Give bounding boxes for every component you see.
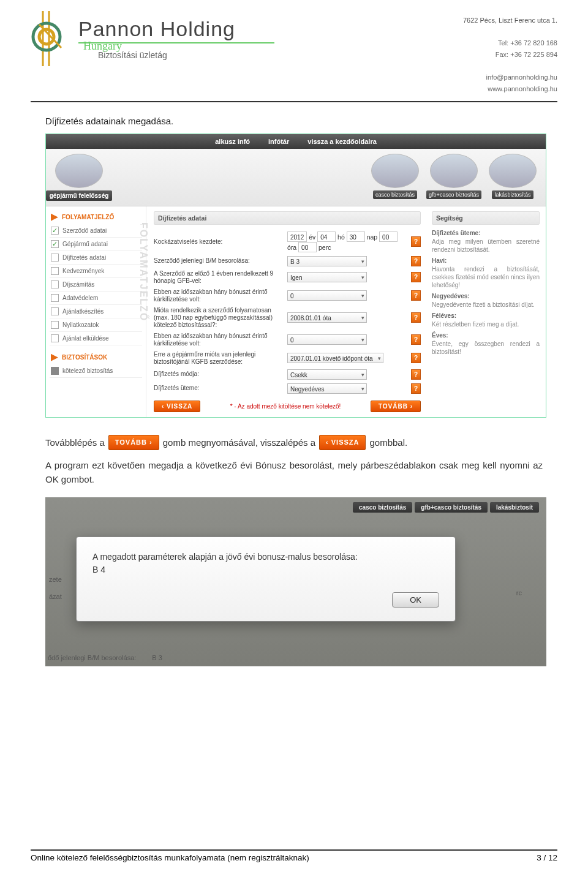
screenshot-dialog: casco biztosítás gfb+casco biztosítás la… <box>45 497 546 666</box>
product-card-active[interactable]: gépjármű felelősség <box>52 154 106 201</box>
check-icon: ✓ <box>51 240 59 248</box>
contact-block: 7622 Pécs, Liszt Ferenc utca 1. Tel: +36… <box>463 11 557 95</box>
help-heading: Éves: <box>432 332 540 339</box>
help-icon[interactable]: ? <box>411 272 421 282</box>
unit-label: perc <box>318 244 331 251</box>
select-input[interactable]: 2007.01.01 követő időpont óta <box>287 353 383 363</box>
next-button-inline[interactable]: TOVÁBB › <box>108 435 159 451</box>
field-label: Ebben az időszakban hány bónuszt érintő … <box>154 333 285 347</box>
sidebar-section-title: BIZTOSÍTÁSOK <box>50 352 142 364</box>
product-label: gépjármű felelősség <box>46 190 113 201</box>
nav-item[interactable]: infótár <box>268 138 289 145</box>
help-icon[interactable]: ? <box>411 312 421 323</box>
product-card[interactable]: gfb+casco biztosítás <box>427 154 481 201</box>
footer-divider <box>31 849 557 851</box>
sidebar-item-label: Kedvezmények <box>62 268 104 274</box>
contact-tel: Tel: +36 72 820 168 <box>463 37 557 49</box>
form-row: Szerződő jelenlegi B/M besorolása:B 3? <box>154 254 421 268</box>
form-row: Ebben az időszakban hány bónuszt érintő … <box>154 287 421 305</box>
sidebar-item[interactable]: ✓Szerződő adatai <box>50 224 142 238</box>
tab-chip[interactable]: casco biztosítás <box>353 502 412 513</box>
field-label: A Szerződő az előző 1 évben rendelkezett… <box>154 270 285 285</box>
sidebar-item-label: Díjszámítás <box>62 281 94 288</box>
help-icon[interactable]: ? <box>411 236 421 247</box>
select-input[interactable]: 0 <box>287 290 367 301</box>
hour-input[interactable]: 00 <box>379 231 398 242</box>
help-icon[interactable]: ? <box>411 290 421 301</box>
help-icon[interactable]: ? <box>411 256 421 266</box>
select-input[interactable]: Negyedéves <box>287 383 367 394</box>
sidebar-item[interactable]: Kedvezmények <box>50 265 142 278</box>
help-heading: Féléves: <box>432 312 540 319</box>
product-label: gfb+casco biztosítás <box>426 190 481 199</box>
paragraph-1: Díjfizetés adatainak megadása. <box>45 116 543 126</box>
help-icon[interactable]: ? <box>411 334 421 345</box>
sidebar-item[interactable]: Nyilatkozatok <box>50 318 142 332</box>
form-row: Díjfizetés üteme:Negyedéves? <box>154 382 421 396</box>
company-name: Pannon Holding <box>78 17 274 41</box>
tab-chip[interactable]: lakásbiztosít <box>490 502 539 513</box>
check-icon <box>51 294 59 302</box>
help-icon[interactable]: ? <box>411 383 421 394</box>
select-input[interactable]: Csekk <box>287 369 367 380</box>
contact-email: info@pannonholding.hu <box>463 72 557 83</box>
help-heading: Havi: <box>432 257 540 264</box>
dialog-value: B 4 <box>92 565 105 574</box>
month-input[interactable]: 04 <box>317 231 336 242</box>
bg-fragment: zete <box>45 571 66 588</box>
nav-item[interactable]: alkusz infó <box>215 138 250 145</box>
field-label: Kockázatviselés kezdete: <box>154 238 285 246</box>
help-icon[interactable]: ? <box>411 369 421 380</box>
help-text: Évente, egy összegben rendezi a biztosít… <box>432 340 540 356</box>
contact-web: www.pannonholding.hu <box>463 83 557 95</box>
select-input[interactable]: Igen <box>287 272 367 282</box>
next-button[interactable]: TOVÁBB › <box>371 401 421 412</box>
page-header: Pannon Holding Hungary Biztosítási üzlet… <box>0 0 588 99</box>
help-heading: Díjfizetés üteme: <box>432 230 540 236</box>
help-text: Adja meg milyen ütemben szeretné rendezn… <box>432 238 540 254</box>
bg-fragment: B 3 <box>152 654 162 661</box>
form-row: Ebben az időszakban hány bónuszt érintő … <box>154 331 421 349</box>
app-navbar: alkusz infó infótár vissza a kezdőoldalr… <box>46 134 546 149</box>
back-button-inline[interactable]: ‹ VISSZA <box>319 435 366 451</box>
sidebar-item-label: kötelező biztosítás <box>62 367 113 374</box>
bg-fragment: ődő jelenlegi B/M besorolása: <box>48 654 136 661</box>
product-label: casco biztosítás <box>373 190 417 199</box>
product-card[interactable]: casco biztosítás <box>368 154 422 201</box>
contact-fax: Fax: +36 72 225 894 <box>463 49 557 61</box>
tab-chip[interactable]: gfb+casco biztosítás <box>415 502 488 513</box>
min-input[interactable]: 00 <box>298 242 317 252</box>
sidebar-item[interactable]: Díjszámítás <box>50 278 142 292</box>
ok-button[interactable]: OK <box>392 592 439 608</box>
sidebar-item[interactable]: Ajánlatkészítés <box>50 305 142 318</box>
check-icon <box>51 254 59 262</box>
confirm-dialog: A megadott paraméterek alapján a jövő év… <box>76 536 456 622</box>
sidebar-item-label: Gépjármű adatai <box>62 241 108 247</box>
nav-item[interactable]: vissza a kezdőoldalra <box>307 138 377 145</box>
sidebar-item[interactable]: ✓Gépjármű adatai <box>50 238 142 251</box>
select-input[interactable]: 2008.01.01 óta <box>287 312 367 323</box>
sidebar-item[interactable]: Adatvédelem <box>50 292 142 305</box>
back-button[interactable]: ‹ VISSZA <box>154 401 200 412</box>
sidebar-item[interactable]: kötelező biztosítás <box>50 364 142 378</box>
year-input[interactable]: 2012 <box>287 231 307 242</box>
form-row: Díjfizetés módja:Csekk? <box>154 367 421 382</box>
field-label: Erre a gépjárműre mióta van jelenlegi bi… <box>154 351 285 366</box>
text: gombbal. <box>369 435 407 450</box>
field-label: Szerződő jelenlegi B/M besorolása: <box>154 257 285 265</box>
sidebar-item-label: Nyilatkozatok <box>62 322 99 328</box>
select-input[interactable]: B 3 <box>287 256 367 266</box>
sidebar-item[interactable]: Ajánlat elküldése <box>50 332 142 345</box>
field-label: Díjfizetés módja: <box>154 371 285 378</box>
svg-point-2 <box>33 23 60 50</box>
day-input[interactable]: 30 <box>347 231 365 242</box>
help-icon[interactable]: ? <box>411 353 421 363</box>
product-image <box>371 154 419 188</box>
sidebar-item[interactable]: Díjfizetés adatai <box>50 251 142 265</box>
product-card[interactable]: lakásbiztosítás <box>486 154 540 201</box>
check-icon <box>51 334 59 342</box>
check-icon <box>51 267 59 275</box>
select-input[interactable]: 0 <box>287 334 367 345</box>
form-row: Mióta rendelkezik a szerződő folyamatosa… <box>154 305 421 331</box>
help-heading: Negyedéves: <box>432 293 540 299</box>
